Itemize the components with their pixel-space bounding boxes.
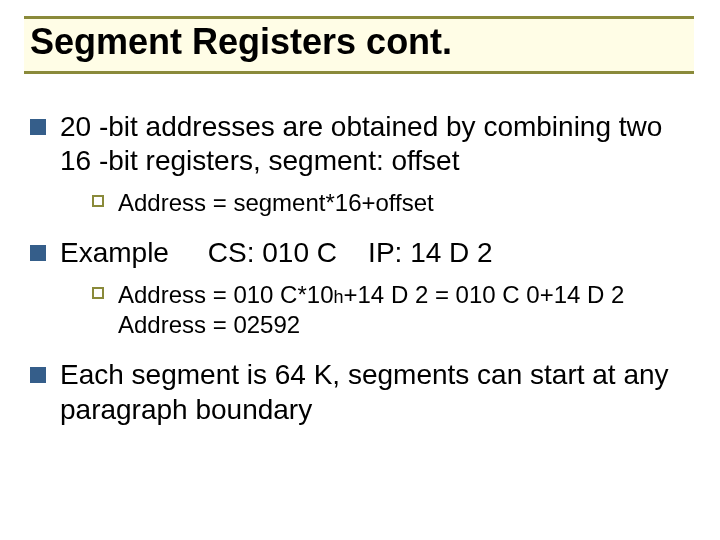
square-bullet-icon (30, 367, 46, 383)
subscript-h: h (333, 287, 343, 307)
example-values: CS: 010 C IP: 14 D 2 (169, 237, 493, 268)
calc-line-1a: Address = 010 C*10 (118, 281, 333, 308)
bullet-item: 20 -bit addresses are obtained by combin… (30, 110, 690, 178)
calc-line-2: Address = 02592 (118, 311, 300, 338)
title-bar: Segment Registers cont. (24, 16, 694, 74)
slide-content: 20 -bit addresses are obtained by combin… (30, 110, 690, 427)
slide-title: Segment Registers cont. (30, 21, 688, 63)
calc-line-1b: +14 D 2 = 010 C 0+14 D 2 (344, 281, 625, 308)
square-bullet-icon (30, 245, 46, 261)
hollow-square-bullet-icon (92, 195, 104, 207)
sub-bullet-text: Address = 010 C*10h+14 D 2 = 010 C 0+14 … (118, 280, 624, 340)
sub-bullet-item: Address = 010 C*10h+14 D 2 = 010 C 0+14 … (92, 280, 690, 340)
sub-bullet-text: Address = segment*16+offset (118, 188, 434, 218)
bullet-item: Example CS: 010 C IP: 14 D 2 (30, 236, 690, 270)
example-label: Example (60, 237, 169, 268)
bullet-text: Example CS: 010 C IP: 14 D 2 (60, 236, 493, 270)
square-bullet-icon (30, 119, 46, 135)
sub-bullet-item: Address = segment*16+offset (92, 188, 690, 218)
hollow-square-bullet-icon (92, 287, 104, 299)
bullet-text: Each segment is 64 K, segments can start… (60, 358, 690, 426)
slide: Segment Registers cont. 20 -bit addresse… (0, 0, 720, 540)
bullet-text: 20 -bit addresses are obtained by combin… (60, 110, 690, 178)
bullet-item: Each segment is 64 K, segments can start… (30, 358, 690, 426)
